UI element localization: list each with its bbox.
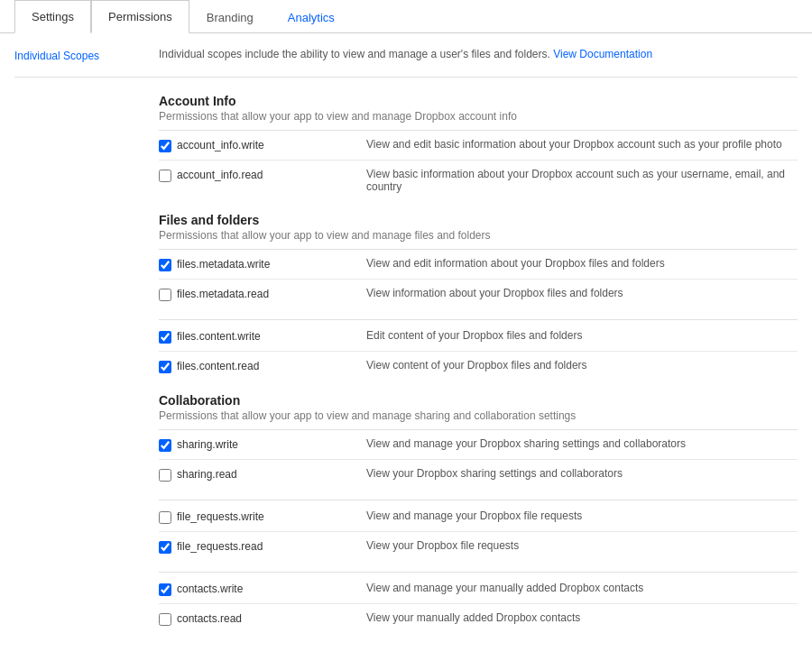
individual-scopes-text: Individual scopes include the ability to…	[159, 48, 798, 60]
checkbox-files_metadata_write[interactable]	[159, 259, 171, 271]
perm-name-sharing_read: sharing.read	[177, 468, 237, 481]
section-subtitle-account-info: Permissions that allow your app to view …	[159, 110, 798, 123]
perm-checkbox-area-account_info_read: account_info.read	[159, 168, 366, 182]
perm-checkbox-area-account_info_write: account_info.write	[159, 138, 366, 152]
perm-desc-account_info_read: View basic information about your Dropbo…	[366, 168, 798, 193]
perm-row-contacts_write: contacts.writeView and manage your manua…	[159, 574, 798, 604]
perm-checkbox-area-files_content_write: files.content.write	[159, 329, 366, 344]
tab-analytics[interactable]: Analytics	[271, 0, 352, 33]
perm-name-files_metadata_read: files.metadata.read	[177, 288, 269, 300]
perm-name-sharing_write: sharing.write	[177, 438, 238, 451]
perm-name-file_requests_write: file_requests.write	[177, 510, 264, 523]
perm-name-files_content_read: files.content.read	[177, 360, 259, 372]
perm-checkbox-area-contacts_write: contacts.write	[159, 582, 366, 596]
main-content: Individual Scopes Individual scopes incl…	[0, 33, 812, 633]
perm-row-contacts_read: contacts.readView your manually added Dr…	[159, 604, 798, 633]
perm-name-files_content_write: files.content.write	[177, 330, 261, 343]
perm-row-files_content_read: files.content.readView content of your D…	[159, 352, 798, 381]
perm-checkbox-area-files_content_read: files.content.read	[159, 359, 366, 373]
perm-row-file_requests_write: file_requests.writeView and manage your …	[159, 502, 798, 532]
perm-checkbox-area-file_requests_write: file_requests.write	[159, 509, 366, 524]
perm-checkbox-area-sharing_read: sharing.read	[159, 467, 366, 482]
section-collaboration: CollaborationPermissions that allow your…	[159, 393, 798, 633]
perm-desc-files_content_read: View content of your Dropbox files and f…	[366, 359, 798, 372]
checkbox-files_metadata_read[interactable]	[159, 289, 171, 301]
perm-row-sharing_read: sharing.readView your Dropbox sharing se…	[159, 460, 798, 489]
perm-desc-file_requests_read: View your Dropbox file requests	[366, 539, 798, 552]
perm-row-files_metadata_read: files.metadata.readView information abou…	[159, 280, 798, 308]
perm-checkbox-area-contacts_read: contacts.read	[159, 611, 366, 626]
checkbox-files_content_read[interactable]	[159, 361, 171, 373]
individual-scopes-description: Individual scopes include the ability to…	[159, 48, 550, 60]
perm-desc-sharing_read: View your Dropbox sharing settings and c…	[366, 467, 798, 480]
perm-desc-files_content_write: Edit content of your Dropbox files and f…	[366, 329, 798, 342]
tabs-bar: Settings Permissions Branding Analytics	[0, 0, 812, 33]
section-title-files-and-folders: Files and folders	[159, 213, 798, 227]
checkbox-account_info_write[interactable]	[159, 140, 171, 152]
section-title-account-info: Account Info	[159, 94, 798, 108]
checkbox-account_info_read[interactable]	[159, 170, 171, 182]
group-divider	[159, 572, 798, 573]
perm-group-files-and-folders-1: files.content.writeEdit content of your …	[159, 322, 798, 381]
perm-row-files_content_write: files.content.writeEdit content of your …	[159, 322, 798, 352]
perm-desc-sharing_write: View and manage your Dropbox sharing set…	[366, 437, 798, 450]
sections-container: Account InfoPermissions that allow your …	[14, 94, 798, 633]
perm-desc-files_metadata_write: View and edit information about your Dro…	[366, 257, 798, 270]
perm-name-account_info_read: account_info.read	[177, 169, 263, 181]
tab-permissions[interactable]: Permissions	[91, 0, 189, 33]
checkbox-contacts_read[interactable]	[159, 613, 171, 626]
individual-scopes-row: Individual Scopes Individual scopes incl…	[14, 33, 798, 78]
perm-row-account_info_read: account_info.readView basic information …	[159, 161, 798, 200]
perm-group-collaboration-1: file_requests.writeView and manage your …	[159, 502, 798, 561]
group-divider	[159, 319, 798, 320]
perm-name-contacts_read: contacts.read	[177, 612, 242, 625]
checkbox-files_content_write[interactable]	[159, 331, 171, 344]
checkbox-file_requests_write[interactable]	[159, 511, 171, 524]
perm-name-contacts_write: contacts.write	[177, 583, 243, 595]
tab-branding[interactable]: Branding	[189, 0, 271, 33]
perm-desc-account_info_write: View and edit basic information about yo…	[366, 138, 798, 151]
perm-group-collaboration-0: sharing.writeView and manage your Dropbo…	[159, 430, 798, 489]
checkbox-contacts_write[interactable]	[159, 583, 171, 596]
perm-name-account_info_write: account_info.write	[177, 139, 264, 151]
perm-desc-contacts_write: View and manage your manually added Drop…	[366, 582, 798, 594]
checkbox-sharing_read[interactable]	[159, 469, 171, 482]
perm-group-files-and-folders-0: files.metadata.writeView and edit inform…	[159, 250, 798, 308]
section-files-and-folders: Files and foldersPermissions that allow …	[159, 213, 798, 381]
perm-checkbox-area-sharing_write: sharing.write	[159, 437, 366, 452]
tab-settings[interactable]: Settings	[14, 0, 91, 33]
view-documentation-link[interactable]: View Documentation	[553, 48, 652, 60]
section-title-collaboration: Collaboration	[159, 393, 798, 408]
perm-row-account_info_write: account_info.writeView and edit basic in…	[159, 131, 798, 161]
individual-scopes-label: Individual Scopes	[14, 48, 159, 62]
section-subtitle-files-and-folders: Permissions that allow your app to view …	[159, 229, 798, 242]
group-divider	[159, 500, 798, 500]
section-account-info: Account InfoPermissions that allow your …	[159, 94, 798, 200]
perm-desc-contacts_read: View your manually added Dropbox contact…	[366, 611, 798, 624]
perm-row-files_metadata_write: files.metadata.writeView and edit inform…	[159, 250, 798, 280]
perm-group-collaboration-2: contacts.writeView and manage your manua…	[159, 574, 798, 633]
checkbox-sharing_write[interactable]	[159, 439, 171, 452]
perm-desc-files_metadata_read: View information about your Dropbox file…	[366, 287, 798, 299]
perm-desc-file_requests_write: View and manage your Dropbox file reques…	[366, 509, 798, 522]
perm-group-account-info-0: account_info.writeView and edit basic in…	[159, 131, 798, 200]
perm-row-sharing_write: sharing.writeView and manage your Dropbo…	[159, 430, 798, 460]
perm-checkbox-area-files_metadata_write: files.metadata.write	[159, 257, 366, 271]
section-subtitle-collaboration: Permissions that allow your app to view …	[159, 409, 798, 422]
perm-name-files_metadata_write: files.metadata.write	[177, 258, 270, 271]
perm-name-file_requests_read: file_requests.read	[177, 540, 263, 553]
perm-checkbox-area-file_requests_read: file_requests.read	[159, 539, 366, 554]
perm-row-file_requests_read: file_requests.readView your Dropbox file…	[159, 532, 798, 561]
perm-checkbox-area-files_metadata_read: files.metadata.read	[159, 287, 366, 301]
checkbox-file_requests_read[interactable]	[159, 541, 171, 554]
